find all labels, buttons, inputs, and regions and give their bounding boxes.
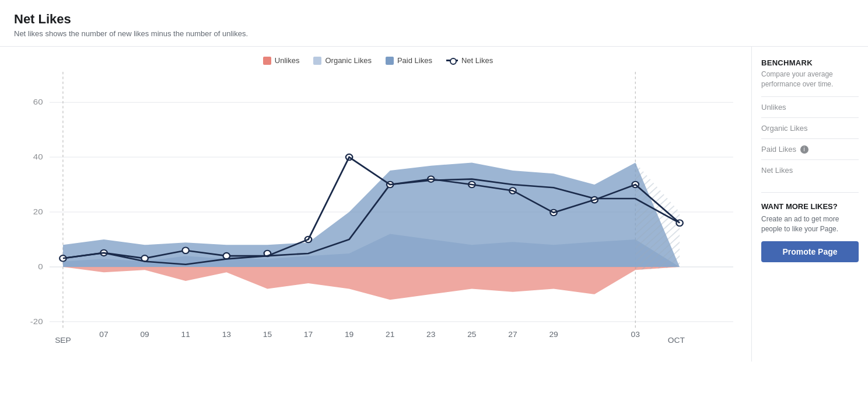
- svg-text:60: 60: [33, 98, 43, 106]
- benchmark-paid[interactable]: Paid Likes i: [761, 138, 859, 160]
- svg-text:13: 13: [222, 331, 231, 339]
- svg-text:03: 03: [631, 331, 640, 339]
- page-container: Net Likes Net likes shows the number of …: [0, 0, 868, 410]
- page-description: Net likes shows the number of new likes …: [14, 29, 854, 38]
- svg-text:SEP: SEP: [55, 336, 71, 345]
- legend-color-net: [446, 60, 458, 61]
- legend-label-net: Net Likes: [461, 56, 493, 65]
- svg-text:0: 0: [38, 262, 43, 271]
- page-header: Net Likes Net likes shows the number of …: [0, 0, 868, 47]
- benchmark-desc: Compare your average performance over ti…: [761, 70, 859, 89]
- svg-text:23: 23: [426, 331, 435, 339]
- svg-text:19: 19: [345, 331, 354, 339]
- benchmark-section: BENCHMARK Compare your average performan…: [761, 58, 859, 180]
- chart-svg-container: 60 40 20 0 -20 SEP 07 09 11 13: [9, 72, 747, 352]
- chart-svg: 60 40 20 0 -20 SEP 07 09 11 13: [9, 72, 747, 352]
- benchmark-title: BENCHMARK: [761, 58, 859, 67]
- svg-text:09: 09: [140, 331, 149, 339]
- chart-legend: Unlikes Organic Likes Paid Likes Net Lik…: [9, 56, 747, 65]
- svg-text:20: 20: [33, 207, 43, 216]
- benchmark-organic[interactable]: Organic Likes: [761, 117, 859, 138]
- want-more-desc: Create an ad to get more people to like …: [761, 214, 859, 234]
- legend-label-paid: Paid Likes: [397, 56, 432, 65]
- unlikes-area: [63, 267, 680, 300]
- info-icon[interactable]: i: [800, 145, 808, 154]
- paid-area: [63, 162, 680, 266]
- benchmark-unlikes[interactable]: Unlikes: [761, 96, 859, 117]
- legend-item-net: Net Likes: [446, 56, 493, 65]
- legend-item-organic: Organic Likes: [313, 56, 371, 65]
- svg-text:17: 17: [304, 331, 313, 339]
- legend-color-organic: [313, 57, 321, 65]
- legend-color-paid: [386, 57, 394, 65]
- svg-text:-20: -20: [30, 317, 43, 326]
- legend-item-unlikes: Unlikes: [263, 56, 300, 65]
- hatch-area: [635, 162, 680, 266]
- chart-main: Unlikes Organic Likes Paid Likes Net Lik…: [0, 47, 751, 362]
- chart-area: Unlikes Organic Likes Paid Likes Net Lik…: [0, 47, 868, 362]
- svg-text:15: 15: [263, 331, 272, 339]
- svg-text:07: 07: [99, 331, 108, 339]
- dot-4: [182, 248, 188, 253]
- svg-text:25: 25: [467, 331, 476, 339]
- svg-text:11: 11: [181, 331, 190, 339]
- want-more-section: WANT MORE LIKES? Create an ad to get mor…: [761, 192, 859, 262]
- svg-text:OCT: OCT: [668, 336, 685, 345]
- svg-text:29: 29: [549, 331, 558, 339]
- svg-text:27: 27: [508, 331, 517, 339]
- benchmark-net[interactable]: Net Likes: [761, 159, 859, 180]
- want-more-title: WANT MORE LIKES?: [761, 202, 859, 211]
- legend-label-unlikes: Unlikes: [275, 56, 300, 65]
- svg-text:21: 21: [386, 331, 394, 339]
- page-title: Net Likes: [14, 12, 854, 27]
- sidebar: BENCHMARK Compare your average performan…: [751, 47, 868, 362]
- svg-text:40: 40: [33, 152, 43, 161]
- legend-label-organic: Organic Likes: [325, 56, 371, 65]
- promote-page-button[interactable]: Promote Page: [761, 241, 859, 262]
- legend-color-unlikes: [263, 57, 271, 65]
- legend-item-paid: Paid Likes: [386, 56, 432, 65]
